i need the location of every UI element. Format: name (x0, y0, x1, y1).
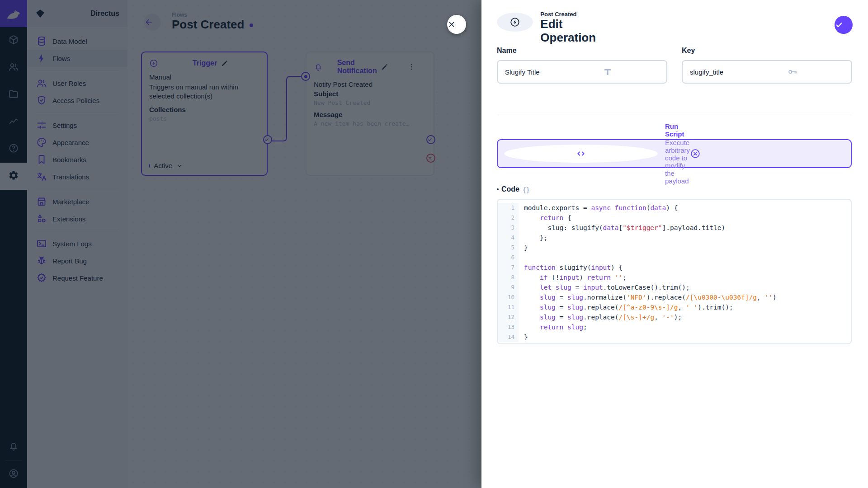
code-brackets-icon (504, 145, 658, 163)
save-button[interactable] (835, 16, 853, 34)
code-lines: 1module.exports = async function(data) {… (498, 200, 851, 344)
code-line: 5} (498, 243, 851, 253)
divider (497, 114, 852, 114)
edit-operation-drawer: Post Created Edit Operation Name Key Run… (481, 0, 868, 488)
braces-icon: {} (523, 186, 530, 193)
key-input-wrapper (682, 60, 852, 84)
key-field-label: Key (682, 47, 695, 55)
code-line: 10 slug = slug.normalize('NFD').replace(… (498, 292, 851, 302)
name-input-wrapper (497, 60, 667, 84)
code-line: 9 let slug = input.toLowerCase().trim(); (498, 282, 851, 292)
code-line: 14} (498, 332, 851, 342)
code-line: 11 slug = slug.replace(/[^a-z0-9\s-]/g, … (498, 302, 851, 312)
code-line: 3 slug: slugify(data["$trigger"].payload… (498, 223, 851, 233)
drawer-title: Edit Operation (540, 18, 596, 45)
code-line: 6 (498, 253, 851, 263)
operation-type-subtitle: Execute arbitrary code to modify the pay… (665, 139, 690, 185)
code-editor[interactable]: 1module.exports = async function(data) {… (497, 199, 852, 344)
drawer-dim-overlay[interactable] (0, 0, 481, 488)
code-line: 2 return { (498, 213, 851, 223)
name-field-label: Name (497, 47, 517, 55)
name-input[interactable] (498, 61, 602, 83)
code-line: 7function slugify(input) { (498, 263, 851, 272)
code-line: 8 if (!input) return ''; (498, 272, 851, 282)
code-line: 4 }; (498, 233, 851, 243)
operation-type-title: Run Script (665, 122, 690, 138)
code-line: 1module.exports = async function(data) { (498, 203, 851, 213)
code-line: 12 slug = slug.replace(/[\s-]+/g, '-'); (498, 312, 851, 322)
key-icon (787, 66, 868, 77)
drawer-breadcrumb: Post Created (540, 11, 596, 18)
code-line: 13 return slug; (498, 322, 851, 332)
operation-type-banner[interactable]: Run Script Execute arbitrary code to mod… (497, 139, 852, 168)
close-drawer-button[interactable] (447, 15, 466, 34)
check-icon (835, 20, 853, 29)
bolt-circle-icon (497, 13, 533, 32)
close-icon (447, 20, 466, 29)
x-circle-icon[interactable] (690, 148, 844, 159)
key-input[interactable] (683, 61, 787, 83)
required-dot (497, 188, 499, 190)
code-field-label: Code (501, 185, 519, 193)
directus-app: Directus Data ModelFlowsUser RolesAccess… (0, 0, 868, 488)
